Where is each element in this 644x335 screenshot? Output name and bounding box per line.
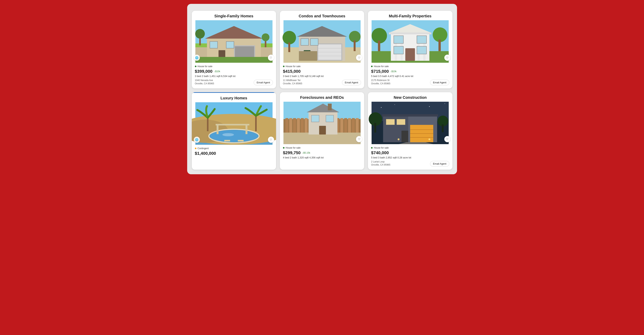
- card-title-luxury: Luxury Homes: [195, 96, 273, 100]
- card-header-single-family: Single-Family Homes: [192, 11, 276, 20]
- price-condos: $415,000: [283, 69, 301, 74]
- svg-rect-64: [238, 140, 244, 141]
- card-title-new-construction: New Construction: [371, 95, 449, 100]
- card-multi-family: Multi-Family Properties ♡: [368, 11, 452, 88]
- email-agent-button-multi-family[interactable]: Email Agent: [430, 80, 449, 85]
- status-line-foreclosures: House for sale: [283, 146, 361, 149]
- svg-point-14: [262, 33, 269, 41]
- price-line-new-construction: $740,000: [371, 150, 449, 155]
- status-line-single-family: House for sale: [195, 65, 273, 68]
- svg-rect-99: [386, 119, 395, 125]
- card-body-single-family: House for sale $399,000 ↓$10k 3 bed 2 ba…: [192, 63, 276, 88]
- svg-rect-42: [417, 36, 426, 44]
- status-dot-foreclosures: [283, 147, 284, 149]
- card-image-foreclosures: ♡: [280, 102, 364, 144]
- status-text-single-family: House for sale: [198, 65, 212, 68]
- price-line-single-family: $399,000 ↓$10k: [195, 69, 273, 74]
- price-drop-multi-family: ↓$10k: [390, 70, 396, 73]
- svg-rect-8: [210, 42, 218, 48]
- favorite-button-luxury[interactable]: ♡: [268, 137, 274, 143]
- card-image-single-family: 🌐 ♡: [192, 20, 276, 63]
- svg-rect-69: [289, 118, 292, 133]
- card-header-luxury: Luxury Homes: [192, 92, 276, 102]
- svg-rect-26: [310, 39, 318, 45]
- svg-point-89: [394, 104, 395, 105]
- property-address-multi-family: 2175 Robinson St Oroville, CA 95965: [371, 79, 390, 85]
- svg-rect-47: [378, 41, 380, 51]
- property-details-multi-family: 5 bed 3.5 bath 4,472 sqft 0.41 acre lot: [371, 75, 449, 78]
- status-line-multi-family: House for sale: [371, 65, 449, 68]
- price-single-family: $399,000: [195, 69, 212, 74]
- svg-point-107: [398, 138, 400, 140]
- price-line-foreclosures: $299,750 ↓$5.15k: [283, 150, 361, 155]
- svg-rect-25: [301, 39, 308, 45]
- svg-rect-10: [195, 57, 272, 63]
- card-title-condos: Condos and Townhouses: [283, 14, 361, 18]
- price-line-multi-family: $715,000 ↓$10k: [371, 69, 449, 74]
- price-line-luxury: $1,400,000: [195, 151, 273, 156]
- svg-rect-59: [255, 116, 256, 131]
- svg-rect-73: [304, 118, 308, 133]
- status-text-luxury: Contingent: [198, 147, 209, 150]
- svg-rect-9: [226, 42, 234, 48]
- favorite-button-single-family[interactable]: ♡: [268, 55, 274, 61]
- card-header-new-construction: New Construction: [368, 92, 452, 102]
- svg-rect-27: [299, 51, 317, 61]
- email-agent-button-single-family[interactable]: Email Agent: [254, 80, 273, 85]
- card-title-multi-family: Multi-Family Properties: [371, 14, 449, 18]
- svg-point-90: [429, 106, 430, 107]
- favorite-button-condos[interactable]: ♡: [356, 55, 362, 61]
- card-body-multi-family: House for sale $715,000 ↓$10k 5 bed 3.5 …: [368, 63, 452, 88]
- svg-rect-44: [417, 46, 426, 54]
- status-dot-single-family: [195, 66, 196, 67]
- status-text-foreclosures: House for sale: [286, 146, 300, 149]
- svg-point-57: [222, 133, 234, 136]
- address-email-row-multi-family: 2175 Robinson St Oroville, CA 95965 Emai…: [371, 79, 449, 85]
- status-text-condos: House for sale: [286, 65, 300, 68]
- svg-rect-68: [285, 118, 288, 133]
- card-image-luxury: 🌐 ♡: [192, 102, 276, 145]
- svg-rect-94: [382, 114, 438, 117]
- svg-rect-76: [344, 118, 347, 133]
- email-agent-button-new-construction[interactable]: Email Agent: [430, 161, 449, 167]
- price-line-condos: $415,000: [283, 69, 361, 74]
- card-image-condos: ♡: [280, 20, 364, 63]
- status-dot-condos: [283, 66, 284, 67]
- status-dot-luxury: [195, 148, 196, 149]
- address-email-row-new-construction: 2 Lariat Loop Oroville, CA 95965 Email A…: [371, 160, 449, 167]
- svg-rect-84: [319, 126, 326, 135]
- svg-point-28: [282, 31, 296, 44]
- svg-rect-72: [301, 118, 304, 133]
- status-line-new-construction: House for sale: [371, 146, 449, 149]
- status-dot-multi-family: [371, 66, 372, 67]
- svg-rect-40: [389, 33, 432, 34]
- svg-rect-63: [224, 140, 230, 141]
- svg-rect-101: [402, 131, 408, 142]
- svg-rect-62: [216, 124, 249, 125]
- status-line-luxury: Contingent: [195, 147, 273, 150]
- svg-rect-78: [352, 118, 355, 133]
- property-details-foreclosures: 4 bed 2 bath 1,320 sqft 4,356 sqft lot: [283, 156, 361, 159]
- svg-point-91: [444, 103, 445, 104]
- favorite-button-foreclosures[interactable]: ♡: [356, 136, 362, 142]
- main-container: Single-Family Homes 🌐 ♡: [187, 4, 457, 174]
- property-address-single-family: 1040 Nevada Ave Oroville, CA 95965: [195, 79, 214, 85]
- svg-point-108: [428, 138, 430, 140]
- svg-rect-71: [297, 118, 300, 133]
- property-details-single-family: 3 bed 2 bath 1,451 sqft 6,534 sqft lot: [195, 75, 273, 78]
- price-multi-family: $715,000: [371, 69, 389, 74]
- card-image-multi-family: ♡: [368, 20, 452, 63]
- card-body-luxury: Contingent $1,400,000: [192, 145, 276, 160]
- price-drop-foreclosures: ↓$5.15k: [302, 151, 310, 154]
- card-new-construction: New Construction: [368, 92, 452, 170]
- card-single-family: Single-Family Homes 🌐 ♡: [192, 11, 276, 88]
- svg-rect-29: [288, 43, 290, 52]
- svg-rect-82: [311, 115, 319, 122]
- favorite-button-new-construction[interactable]: ♡: [444, 136, 450, 142]
- favorite-button-multi-family[interactable]: ♡: [444, 55, 450, 61]
- email-agent-button-condos[interactable]: Email Agent: [342, 80, 361, 85]
- card-body-condos: House for sale $415,000 3 bed 2 bath 1,7…: [280, 63, 364, 88]
- globe-button-single-family[interactable]: 🌐: [194, 55, 200, 61]
- globe-button-luxury[interactable]: 🌐: [194, 137, 200, 143]
- card-body-new-construction: House for sale $740,000 5 bed 3 bath 2,8…: [368, 144, 452, 170]
